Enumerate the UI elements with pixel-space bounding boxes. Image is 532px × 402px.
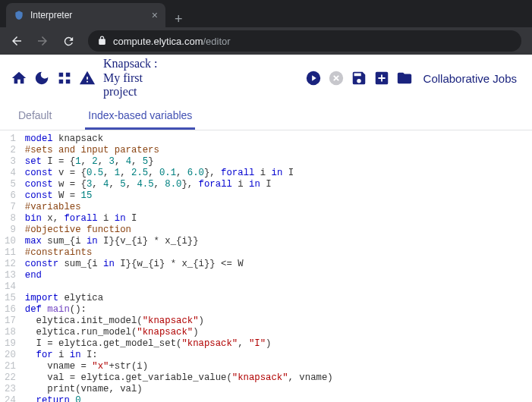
new-page-icon[interactable] [370, 67, 393, 90]
code-line[interactable]: print(vname, val) [25, 384, 333, 395]
save-icon[interactable] [348, 67, 370, 90]
code-line[interactable]: const W = 15 [25, 190, 333, 202]
editor-tabs: Default Index-based variables [0, 102, 532, 130]
project-title: Knapsack : My first project [99, 57, 162, 99]
url-text: compute.elytica.com/editor [113, 36, 231, 47]
code-line[interactable]: max sum_{i in I}{v_{i} * x_{i}} [25, 236, 333, 247]
code-line[interactable]: model knapsack [25, 133, 333, 145]
code-line[interactable]: #variables [25, 202, 333, 213]
warning-icon[interactable] [76, 67, 99, 90]
code-line[interactable]: return 0 [25, 395, 333, 402]
code-editor[interactable]: 123456789101112131415161718192021222324 … [0, 130, 532, 402]
code-line[interactable]: for i in I: [25, 350, 333, 361]
browser-tab[interactable]: Interpreter × [6, 3, 165, 27]
code-line[interactable] [25, 281, 333, 293]
line-gutter: 123456789101112131415161718192021222324 [0, 130, 22, 402]
code-line[interactable]: elytica.run_model("knapsack") [25, 327, 333, 338]
close-icon[interactable]: × [152, 9, 158, 21]
code-content[interactable]: model knapsack#sets and input paratersse… [22, 130, 333, 402]
forward-button[interactable] [32, 30, 53, 52]
browser-chrome: Interpreter × + compute.elytica.com/edit… [0, 0, 532, 55]
code-line[interactable]: elytica.init_model("knapsack") [25, 316, 333, 327]
collaborative-jobs-link[interactable]: Collaborative Jobs [416, 72, 524, 85]
tab-bar: Interpreter × + [0, 0, 532, 27]
code-line[interactable]: bin x, forall i in I [25, 213, 333, 225]
back-button[interactable] [6, 30, 27, 52]
nav-bar: compute.elytica.com/editor [0, 27, 532, 55]
app-toolbar: Knapsack : My first project Collaborativ… [0, 55, 532, 102]
moon-icon[interactable] [30, 67, 53, 90]
code-line[interactable]: val = elytica.get_variable_value("knapsa… [25, 372, 333, 384]
folder-icon[interactable] [393, 67, 416, 90]
url-bar[interactable]: compute.elytica.com/editor [88, 30, 521, 52]
code-line[interactable]: #objective function [25, 225, 333, 236]
tab-title: Interpreter [30, 10, 146, 20]
lock-icon [97, 36, 107, 47]
reload-button[interactable] [58, 30, 79, 52]
code-line[interactable]: set I = {1, 2, 3, 4, 5} [25, 156, 333, 168]
code-line[interactable]: I = elytica.get_model_set("knapsack", "I… [25, 338, 333, 350]
tab-index-variables[interactable]: Index-based variables [85, 102, 195, 130]
stop-icon[interactable] [53, 67, 76, 90]
code-line[interactable]: import elytica [25, 293, 333, 304]
tab-favicon [14, 10, 24, 20]
code-line[interactable]: constr sum_{i in I}{w_{i} * x_{i}} <= W [25, 259, 333, 270]
code-line[interactable]: #constraints [25, 247, 333, 259]
new-tab-button[interactable]: + [165, 11, 192, 27]
run-icon[interactable] [302, 67, 325, 90]
code-line[interactable]: const v = {0.5, 1, 2.5, 0.1, 6.0}, foral… [25, 168, 333, 179]
tab-default[interactable]: Default [15, 102, 55, 130]
home-icon[interactable] [8, 67, 30, 90]
code-line[interactable]: def main(): [25, 304, 333, 316]
code-line[interactable]: end [25, 270, 333, 281]
code-line[interactable]: #sets and input paraters [25, 145, 333, 156]
code-line[interactable]: const w = {3, 4, 5, 4.5, 8.0}, forall i … [25, 179, 333, 190]
cancel-icon[interactable] [325, 67, 348, 90]
code-line[interactable]: vname = "x"+str(i) [25, 361, 333, 372]
